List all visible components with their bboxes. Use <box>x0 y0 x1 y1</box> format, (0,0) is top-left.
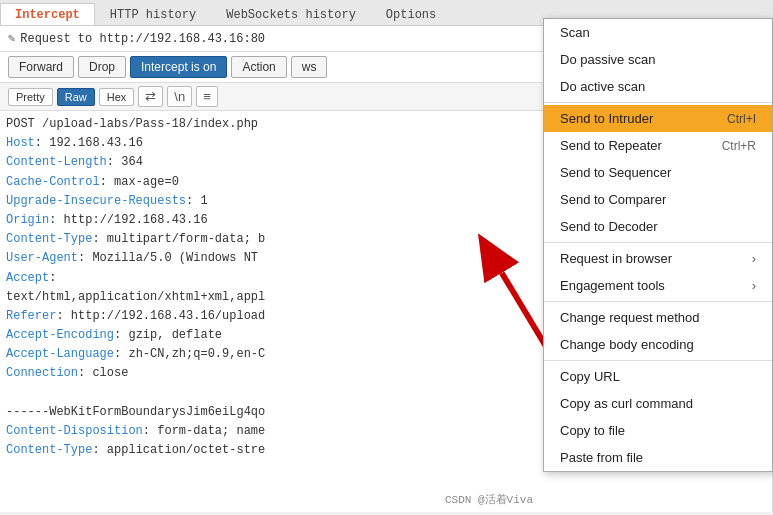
raw-button[interactable]: Raw <box>57 88 95 106</box>
tab-websockets-history[interactable]: WebSockets history <box>211 3 371 25</box>
menu-item-send-to-sequencer[interactable]: Send to Sequencer <box>544 159 772 186</box>
menu-item-scan[interactable]: Scan <box>544 19 772 46</box>
menu-item-copy-curl[interactable]: Copy as curl command <box>544 390 772 417</box>
action-button[interactable]: Action <box>231 56 286 78</box>
format-icon-newline[interactable]: \n <box>167 86 192 107</box>
format-icon-exchange[interactable]: ⇄ <box>138 86 163 107</box>
menu-item-engagement-tools[interactable]: Engagement tools › <box>544 272 772 299</box>
ws-button[interactable]: ws <box>291 56 328 78</box>
menu-item-send-to-repeater[interactable]: Send to Repeater Ctrl+R <box>544 132 772 159</box>
intercept-toggle[interactable]: Intercept is on <box>130 56 227 78</box>
tab-intercept[interactable]: Intercept <box>0 3 95 25</box>
menu-item-send-to-decoder[interactable]: Send to Decoder <box>544 213 772 240</box>
menu-divider-2 <box>544 242 772 243</box>
menu-item-paste-from-file[interactable]: Paste from file <box>544 444 772 471</box>
menu-item-change-request-method[interactable]: Change request method <box>544 304 772 331</box>
menu-item-copy-url[interactable]: Copy URL <box>544 363 772 390</box>
hex-button[interactable]: Hex <box>99 88 135 106</box>
submenu-arrow-engagement: › <box>752 278 756 293</box>
forward-button[interactable]: Forward <box>8 56 74 78</box>
menu-item-request-in-browser[interactable]: Request in browser › <box>544 245 772 272</box>
submenu-arrow-browser: › <box>752 251 756 266</box>
menu-divider-4 <box>544 360 772 361</box>
pencil-icon: ✎ <box>8 31 15 46</box>
menu-item-send-to-comparer[interactable]: Send to Comparer <box>544 186 772 213</box>
menu-divider-3 <box>544 301 772 302</box>
context-menu: Scan Do passive scan Do active scan Send… <box>543 18 773 472</box>
menu-item-change-body-encoding[interactable]: Change body encoding <box>544 331 772 358</box>
format-icon-menu[interactable]: ≡ <box>196 86 218 107</box>
pretty-button[interactable]: Pretty <box>8 88 53 106</box>
request-url: Request to http://192.168.43.16:80 <box>20 32 265 46</box>
menu-item-passive-scan[interactable]: Do passive scan <box>544 46 772 73</box>
menu-divider-1 <box>544 102 772 103</box>
tab-http-history[interactable]: HTTP history <box>95 3 211 25</box>
watermark: CSDN @活着Viva <box>445 492 533 507</box>
menu-item-send-to-intruder[interactable]: Send to Intruder Ctrl+I <box>544 105 772 132</box>
drop-button[interactable]: Drop <box>78 56 126 78</box>
menu-item-active-scan[interactable]: Do active scan <box>544 73 772 100</box>
tab-options[interactable]: Options <box>371 3 451 25</box>
menu-item-copy-to-file[interactable]: Copy to file <box>544 417 772 444</box>
